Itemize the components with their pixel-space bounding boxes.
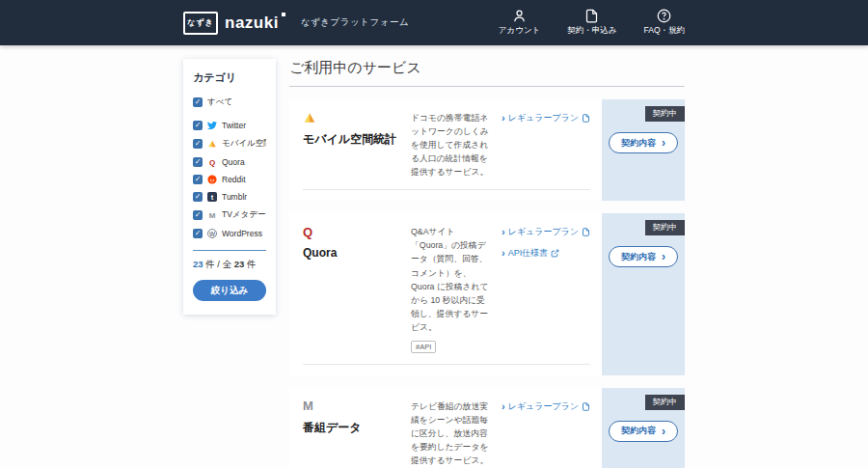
nav-label: アカウント	[499, 25, 541, 37]
contract-panel: 契約中 契約内容›	[602, 388, 685, 468]
chevron-right-icon: ›	[502, 227, 505, 237]
checkbox-checked-icon[interactable]: ✓	[193, 210, 203, 220]
nav-contract[interactable]: 契約・申込み	[567, 9, 616, 37]
checkbox-checked-icon[interactable]: ✓	[193, 139, 203, 149]
platform-subtitle: なずきプラットフォーム	[301, 16, 409, 29]
category-label: TVメタデータ	[222, 209, 266, 221]
external-link-icon	[551, 249, 559, 258]
reddit-icon	[207, 175, 217, 184]
category-label: Reddit	[222, 175, 246, 184]
category-label: WordPress	[222, 229, 262, 238]
service-title: 番組データ	[303, 420, 405, 435]
mobile-stats-icon	[207, 139, 217, 149]
logo-text: nazuki	[225, 14, 279, 33]
contract-details-button[interactable]: 契約内容›	[609, 132, 678, 153]
question-icon	[657, 9, 671, 23]
filter-button[interactable]: 絞り込み	[193, 280, 266, 301]
status-badge: 契約中	[645, 220, 686, 235]
document-icon	[582, 228, 590, 236]
plan-link[interactable]: ›レギュラープラン	[502, 400, 602, 413]
api-tag: #API	[411, 341, 436, 353]
sidebar: カテゴリ ✓ すべて ✓ Twitter ✓ モバイル空間統計 ✓ Q Quor…	[183, 59, 276, 468]
chevron-right-icon: ›	[502, 113, 505, 124]
contract-panel: 契約中 契約内容›	[602, 99, 685, 201]
plan-link[interactable]: ›レギュラープラン	[502, 112, 602, 124]
chevron-right-icon: ›	[662, 426, 665, 437]
chevron-right-icon: ›	[662, 251, 665, 262]
category-item-wordpress[interactable]: ✓ W WordPress	[193, 229, 266, 238]
service-card-mobile-stats: モバイル空間統計 ドコモの携帯電話ネットワークのしくみを使用して作成される人口の…	[289, 99, 685, 201]
document-icon	[584, 9, 599, 23]
service-description: テレビ番組の放送実績をシーンや話題毎に区分し、放送内容を要約したデータを提供する…	[411, 399, 492, 467]
service-card-quora: Q Quora Q&Aサイト「Quora」の投稿データ（質問、回答、コメント）を…	[289, 213, 685, 375]
checkbox-checked-icon[interactable]: ✓	[193, 229, 203, 238]
category-title: カテゴリ	[193, 70, 266, 85]
category-label: Tumblr	[222, 192, 247, 202]
main-content: ご利用中のサービス モバイル空間統計 ドコモの携帯電話ネットワークのしくみを使用…	[289, 59, 685, 468]
category-label: モバイル空間統計	[222, 138, 266, 150]
service-title: Quora	[303, 245, 405, 261]
checkbox-checked-icon[interactable]: ✓	[193, 121, 203, 130]
twitter-icon	[207, 121, 217, 130]
quora-icon: Q	[303, 225, 405, 238]
tv-metadata-icon: M	[303, 399, 405, 413]
nazuki-logo[interactable]: なずき nazuki なずきプラットフォーム	[183, 12, 409, 35]
sidebar-divider	[193, 250, 266, 251]
category-item-tumblr[interactable]: ✓ t Tumblr	[193, 192, 266, 202]
wordpress-icon: W	[207, 229, 217, 238]
count-total: 23	[234, 259, 245, 269]
category-item-all[interactable]: ✓ すべて	[193, 96, 266, 108]
document-icon	[582, 114, 590, 123]
status-badge: 契約中	[645, 106, 686, 122]
nav-faq[interactable]: FAQ・規約	[643, 9, 685, 37]
person-icon	[512, 9, 527, 23]
api-spec-link[interactable]: ›API仕様書	[502, 247, 602, 260]
app-header: なずき nazuki なずきプラットフォーム アカウント 契約・申込み FAQ・…	[0, 0, 868, 45]
category-label: すべて	[207, 96, 232, 108]
status-badge: 契約中	[645, 395, 686, 410]
quora-icon: Q	[207, 157, 217, 167]
category-item-twitter[interactable]: ✓ Twitter	[193, 121, 266, 130]
chevron-right-icon: ›	[662, 137, 665, 149]
category-item-mobile-stats[interactable]: ✓ モバイル空間統計	[193, 138, 266, 150]
service-description: Q&Aサイト「Quora」の投稿データ（質問、回答、コメント）を、Quora に…	[411, 225, 492, 334]
service-title: モバイル空間統計	[303, 131, 405, 147]
category-item-reddit[interactable]: ✓ Reddit	[193, 175, 266, 184]
count-current: 23	[193, 259, 203, 269]
category-label: Quora	[222, 157, 245, 167]
header-nav: アカウント 契約・申込み FAQ・規約	[499, 9, 685, 37]
nav-account[interactable]: アカウント	[499, 9, 541, 37]
contract-details-button[interactable]: 契約内容›	[609, 421, 678, 442]
chevron-right-icon: ›	[502, 401, 505, 412]
checkbox-checked-icon[interactable]: ✓	[193, 192, 203, 202]
service-description: ドコモの携帯電話ネットワークのしくみを使用して作成される人口の統計情報を提供する…	[411, 111, 492, 179]
chevron-right-icon: ›	[502, 248, 505, 259]
plan-link[interactable]: ›レギュラープラン	[502, 226, 602, 238]
section-title-in-use: ご利用中のサービス	[289, 59, 685, 87]
checkbox-checked-icon[interactable]: ✓	[193, 157, 203, 167]
category-item-tv-metadata[interactable]: ✓ M TVメタデータ	[193, 209, 266, 221]
checkbox-checked-icon[interactable]: ✓	[193, 97, 203, 107]
contract-details-button[interactable]: 契約内容›	[609, 246, 678, 267]
service-card-program-data: M 番組データ テレビ番組の放送実績をシーンや話題毎に区分し、放送内容を要約した…	[289, 388, 685, 468]
result-count: 23 件 / 全 23 件	[193, 259, 266, 271]
document-icon	[582, 402, 590, 411]
nazuki-logo-mark-icon: なずき	[183, 12, 218, 35]
tumblr-icon: t	[207, 192, 217, 202]
category-label: Twitter	[222, 121, 246, 130]
contract-panel: 契約中 契約内容›	[602, 213, 685, 375]
nav-label: 契約・申込み	[567, 25, 616, 37]
mobile-stats-icon	[303, 111, 405, 124]
checkbox-checked-icon[interactable]: ✓	[193, 175, 203, 184]
tv-metadata-icon: M	[207, 210, 217, 220]
nav-label: FAQ・規約	[643, 25, 685, 37]
category-item-quora[interactable]: ✓ Q Quora	[193, 157, 266, 167]
